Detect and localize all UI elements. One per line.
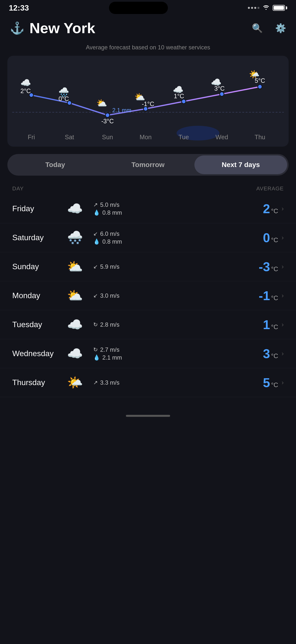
wind-direction-icon: ↙	[93, 292, 98, 299]
bottom-spacer	[0, 397, 296, 422]
svg-text:1°C: 1°C	[174, 92, 184, 100]
svg-text:Sun: Sun	[102, 134, 113, 140]
weather-icon: ☁️	[61, 317, 88, 332]
temp-unit: °C	[271, 323, 278, 331]
notch	[109, 2, 168, 14]
wind-direction-icon: ↙	[93, 264, 98, 270]
temp-unit: °C	[271, 236, 278, 244]
temp-value: 1	[263, 317, 270, 332]
weather-icon: 🌨️	[61, 230, 88, 245]
svg-point-6	[182, 99, 186, 104]
svg-text:Wed: Wed	[216, 134, 228, 140]
search-button[interactable]: 🔍	[252, 23, 263, 34]
day-temperature: 3 °C	[249, 346, 278, 361]
precip-detail: 💧 0.8 mm	[93, 209, 249, 216]
day-details: ↻ 2.7 m/s 💧 2.1 mm	[88, 346, 249, 361]
svg-text:⛅: ⛅	[96, 98, 107, 108]
chart-svg: ☁️ 🌧️ ⛅ ⛅ ☁️ ☁️ 🌤️ 2°C 0°C -3°C -1°C 1°C…	[12, 63, 284, 142]
table-row[interactable]: Thursday 🌤️ ↗ 3.3 m/s 5 °C ›	[0, 368, 296, 397]
table-header: DAY AVERAGE	[0, 183, 296, 194]
temp-unit: °C	[271, 294, 278, 302]
temp-unit: °C	[271, 381, 278, 389]
location-pin-icon: ⚓	[10, 21, 24, 35]
wind-direction-icon: ↻	[93, 346, 98, 353]
day-name: Monday	[12, 291, 61, 300]
table-row[interactable]: Saturday 🌨️ ↙ 6.0 m/s 💧 0.8 mm 0 °C ›	[0, 223, 296, 252]
temp-value: 5	[263, 375, 270, 390]
chevron-right-icon: ›	[282, 379, 284, 386]
wifi-icon	[262, 4, 270, 11]
day-details: ↙ 5.9 m/s	[88, 263, 249, 270]
precipitation-value: 0.8 mm	[102, 209, 122, 216]
battery-icon	[273, 5, 287, 11]
weather-icon: ⛅	[61, 288, 88, 303]
day-temperature: -3 °C	[249, 259, 278, 274]
svg-text:2°C: 2°C	[20, 88, 31, 94]
precip-detail: 💧 0.8 mm	[93, 238, 249, 245]
wind-direction-icon: ↗	[93, 202, 98, 208]
day-name: Wednesday	[12, 349, 61, 358]
weather-icon: 🌤️	[61, 375, 88, 390]
table-row[interactable]: Friday ☁️ ↗ 5.0 m/s 💧 0.8 mm 2 °C ›	[0, 194, 296, 223]
wind-detail: ↗ 3.3 m/s	[93, 379, 249, 386]
tab-tomorrow[interactable]: Tomorrow	[102, 156, 194, 174]
svg-text:0°C: 0°C	[58, 95, 69, 102]
table-row[interactable]: Tuesday ☁️ ↻ 2.8 m/s 1 °C ›	[0, 310, 296, 339]
chevron-right-icon: ›	[282, 205, 284, 212]
day-name: Saturday	[12, 233, 61, 242]
wind-speed-value: 3.3 m/s	[100, 379, 120, 386]
status-icons	[248, 4, 287, 11]
day-temperature: 1 °C	[249, 317, 278, 332]
weather-icon: ☁️	[61, 346, 88, 361]
wind-speed-value: 2.8 m/s	[100, 321, 120, 328]
chevron-right-icon: ›	[282, 234, 284, 242]
svg-text:-3°C: -3°C	[101, 118, 114, 124]
svg-text:Sat: Sat	[65, 134, 74, 140]
svg-point-8	[258, 84, 262, 89]
temp-unit: °C	[271, 207, 278, 215]
svg-text:2.1 mm: 2.1 mm	[112, 107, 131, 114]
table-row[interactable]: Sunday ⛅ ↙ 5.9 m/s -3 °C ›	[0, 252, 296, 281]
wind-detail: ↻ 2.7 m/s	[93, 346, 249, 353]
wind-detail: ↻ 2.8 m/s	[93, 321, 249, 328]
temp-unit: °C	[271, 265, 278, 273]
wind-direction-icon: ↙	[93, 231, 98, 237]
settings-button[interactable]: ⚙️	[275, 23, 286, 34]
precipitation-value: 2.1 mm	[102, 354, 122, 361]
status-bar: 12:33	[0, 0, 296, 15]
chevron-right-icon: ›	[282, 321, 284, 328]
day-details: ↙ 3.0 m/s	[88, 292, 249, 299]
day-name: Tuesday	[12, 320, 61, 329]
wind-detail: ↗ 5.0 m/s	[93, 202, 249, 208]
forecast-subtitle: Average forecast based on 10 weather ser…	[0, 42, 296, 56]
table-row[interactable]: Monday ⛅ ↙ 3.0 m/s -1 °C ›	[0, 281, 296, 310]
temp-value: 2	[263, 202, 270, 216]
svg-point-7	[220, 92, 224, 96]
day-temperature: 5 °C	[249, 375, 278, 390]
svg-point-4	[105, 113, 109, 118]
svg-text:☁️: ☁️	[20, 78, 31, 88]
table-header-day: DAY	[12, 186, 24, 192]
day-details: ↙ 6.0 m/s 💧 0.8 mm	[88, 230, 249, 245]
wind-detail: ↙ 6.0 m/s	[93, 230, 249, 237]
precipitation-value: 0.8 mm	[102, 238, 122, 245]
city-name: New York	[29, 20, 247, 36]
home-indicator	[126, 415, 170, 417]
day-details: ↗ 5.0 m/s 💧 0.8 mm	[88, 202, 249, 216]
tab-next7days[interactable]: Next 7 days	[194, 156, 287, 174]
day-details: ↻ 2.8 m/s	[88, 321, 249, 328]
svg-text:Tue: Tue	[178, 134, 189, 140]
wind-speed-value: 3.0 m/s	[100, 292, 120, 299]
header: ⚓ New York 🔍 ⚙️	[0, 15, 296, 42]
weather-icon: ⛅	[61, 259, 88, 274]
svg-text:5°C: 5°C	[255, 77, 265, 84]
table-row[interactable]: Wednesday ☁️ ↻ 2.7 m/s 💧 2.1 mm 3 °C ›	[0, 339, 296, 368]
day-temperature: 2 °C	[249, 202, 278, 216]
temp-value: 0	[263, 230, 270, 245]
tab-bar: Today Tomorrow Next 7 days	[7, 154, 289, 176]
svg-text:Thu: Thu	[255, 134, 265, 140]
tab-today[interactable]: Today	[9, 156, 102, 174]
svg-text:3°C: 3°C	[214, 85, 225, 92]
status-time: 12:33	[9, 4, 29, 12]
svg-text:Fri: Fri	[28, 134, 35, 140]
